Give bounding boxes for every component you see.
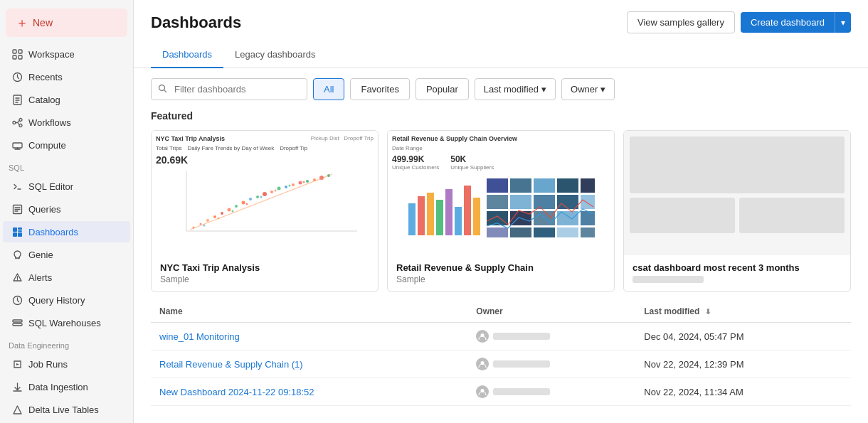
svg-rect-9 (13, 143, 22, 148)
filter-popular-button[interactable]: Popular (416, 78, 469, 100)
svg-rect-18 (13, 323, 22, 326)
row-name-cell: Retail Revenue & Supply Chain (1) (151, 350, 467, 378)
filter-owner-dropdown[interactable]: Owner ▾ (561, 78, 615, 100)
retail-card-sub: Sample (396, 274, 605, 284)
sidebar-item-sql-editor[interactable]: SQL Editor (3, 176, 130, 197)
sidebar-item-query-history[interactable]: Query History (3, 289, 130, 311)
featured-card-nyc-taxi[interactable]: NYC Taxi Trip Analysis Pickup Dist Dropo… (151, 130, 379, 292)
row-owner-cell (467, 350, 635, 378)
sidebar-item-genie[interactable]: Genie (3, 244, 130, 265)
new-button[interactable]: ＋ New (6, 9, 127, 37)
sidebar-item-dashboards-label: Dashboards (28, 227, 78, 237)
svg-rect-17 (13, 320, 22, 322)
alerts-icon (11, 272, 23, 283)
sidebar-item-alerts[interactable]: Alerts (3, 267, 130, 288)
tab-dashboards[interactable]: Dashboards (151, 42, 223, 68)
sidebar-item-compute[interactable]: Compute (3, 134, 130, 156)
table-row: New Dashboard 2024-11-22 09:18:52 Nov 22… (151, 378, 851, 406)
compute-icon (11, 139, 23, 151)
svg-point-50 (303, 181, 305, 183)
sidebar-item-alerts-label: Alerts (28, 272, 52, 283)
list-section: Name Owner Last modified ⬇ wine_01 Monit… (134, 301, 868, 423)
svg-rect-64 (557, 178, 578, 193)
svg-rect-66 (487, 195, 508, 209)
svg-rect-63 (534, 178, 555, 193)
sidebar-item-sql-editor-label: SQL Editor (28, 181, 73, 192)
svg-point-7 (19, 118, 22, 121)
row-name-link[interactable]: Retail Revenue & Supply Chain (1) (159, 359, 303, 370)
last-modified-label: Last modified (484, 84, 539, 95)
filter-last-modified-dropdown[interactable]: Last modified ▾ (475, 78, 556, 100)
tab-legacy-dashboards[interactable]: Legacy dashboards (223, 42, 327, 68)
sidebar-item-recents-label: Recents (28, 72, 63, 82)
sidebar-item-job-runs[interactable]: Job Runs (3, 353, 130, 375)
view-samples-button[interactable]: View samples gallery (627, 11, 735, 33)
row-name-link[interactable]: New Dashboard 2024-11-22 09:18:52 (159, 387, 314, 397)
sidebar: ＋ New Workspace Recents Catalog Workflow… (0, 0, 134, 423)
sidebar-item-queries[interactable]: Queries (3, 198, 130, 220)
sidebar-item-workflows-label: Workflows (28, 117, 71, 128)
search-input[interactable] (151, 78, 307, 100)
sidebar-item-data-ingestion[interactable]: Data Ingestion (3, 376, 130, 397)
filter-favorites-button[interactable]: Favorites (350, 78, 409, 100)
sidebar-item-sql-warehouses[interactable]: SQL Warehouses (3, 312, 130, 333)
new-button-label: New (33, 17, 53, 28)
sidebar-item-catalog[interactable]: Catalog (3, 89, 130, 110)
sql-section-label: SQL (0, 156, 133, 175)
search-input-wrap (151, 78, 307, 100)
sidebar-item-workflows[interactable]: Workflows (3, 112, 130, 133)
csat-owner-placeholder (633, 276, 704, 283)
col-last-modified: Last modified ⬇ (635, 301, 851, 323)
search-icon (158, 84, 167, 95)
row-owner-cell (467, 323, 635, 350)
sidebar-item-delta-live-tables[interactable]: Delta Live Tables (3, 399, 130, 420)
row-name-link[interactable]: wine_01 Monitoring (159, 331, 240, 342)
create-dashboard-button[interactable]: Create dashboard (741, 12, 835, 33)
svg-rect-61 (487, 178, 508, 193)
svg-point-28 (228, 208, 231, 212)
svg-rect-11 (13, 227, 17, 232)
svg-rect-58 (455, 207, 462, 235)
nyc-taxi-card-info: NYC Taxi Trip Analysis Sample (152, 255, 378, 291)
svg-rect-68 (534, 195, 555, 209)
sql-warehouses-icon (11, 317, 23, 328)
svg-rect-54 (418, 196, 425, 235)
owner-name-placeholder (493, 388, 550, 395)
workflows-icon (11, 117, 23, 128)
svg-point-25 (206, 219, 209, 222)
svg-rect-65 (581, 178, 595, 193)
data-ingestion-icon (11, 381, 23, 392)
svg-point-45 (232, 210, 234, 213)
svg-point-48 (275, 190, 277, 192)
create-dashboard-dropdown-button[interactable]: ▾ (835, 12, 851, 33)
svg-point-29 (235, 205, 238, 208)
table-row: Retail Revenue & Supply Chain (1) Nov 22… (151, 350, 851, 378)
sidebar-item-genie-label: Genie (28, 250, 53, 260)
workspace-icon (11, 48, 23, 60)
svg-rect-53 (408, 203, 416, 235)
svg-rect-13 (18, 230, 22, 232)
svg-rect-73 (534, 211, 555, 225)
svg-rect-55 (427, 193, 434, 235)
nyc-taxi-card-sub: Sample (160, 274, 369, 284)
sidebar-item-recents[interactable]: Recents (3, 66, 130, 87)
nyc-taxi-thumbnail: NYC Taxi Trip Analysis Pickup Dist Dropo… (152, 131, 378, 255)
svg-rect-60 (473, 198, 480, 235)
de-section-label: Data Engineering (0, 334, 133, 353)
svg-rect-80 (581, 227, 595, 237)
sidebar-item-workspace[interactable]: Workspace (3, 43, 130, 65)
svg-rect-57 (445, 189, 452, 235)
sidebar-item-dashboards[interactable]: Dashboards (3, 221, 130, 242)
featured-card-retail[interactable]: Retail Revenue & Supply Chain Overview D… (387, 130, 615, 292)
row-modified-cell: Nov 22, 2024, 12:39 PM (635, 350, 851, 378)
row-modified-cell: Nov 22, 2024, 11:34 AM (635, 378, 851, 406)
featured-card-csat[interactable]: csat dashboard most recent 3 months (623, 130, 851, 292)
svg-point-36 (285, 186, 287, 188)
featured-section: Featured NYC Taxi Trip Analysis Pickup D… (134, 110, 868, 301)
svg-rect-0 (13, 50, 16, 53)
retail-card-name: Retail Revenue & Supply Chain (396, 262, 605, 273)
sidebar-item-catalog-label: Catalog (28, 95, 60, 105)
sidebar-item-queries-label: Queries (28, 204, 61, 215)
filter-all-button[interactable]: All (313, 78, 344, 100)
header-actions: View samples gallery Create dashboard ▾ (627, 11, 851, 33)
